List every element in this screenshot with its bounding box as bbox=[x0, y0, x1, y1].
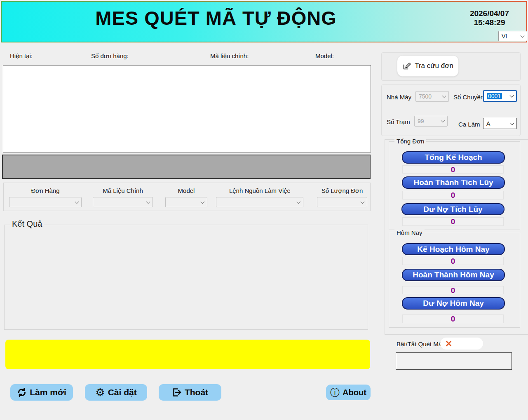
filter-field-material: Mã Liệu Chính bbox=[93, 183, 153, 211]
filter-field-order: Đơn Hàng bbox=[9, 183, 82, 211]
filter-group: Đơn Hàng Mã Liệu Chính Model Lệnh Nguồn … bbox=[3, 183, 371, 211]
shift-label: Ca Làm bbox=[458, 121, 480, 128]
factory-select[interactable]: 7500 bbox=[415, 91, 449, 102]
factory-value: 7500 bbox=[419, 93, 432, 100]
about-button-label: About bbox=[343, 388, 366, 397]
refresh-button-label: Làm mới bbox=[30, 387, 66, 397]
station-label: Số Trạm bbox=[387, 118, 410, 125]
today-complete-value: 0 bbox=[402, 286, 504, 294]
filter-label: Số Lượng Đơn bbox=[317, 187, 367, 194]
today-group-title: Hôm Nay bbox=[394, 229, 425, 236]
quantity-select[interactable] bbox=[317, 197, 367, 207]
main-material-label: Mã liệu chính: bbox=[210, 52, 249, 59]
today-debt-value: 0 bbox=[402, 314, 504, 323]
chevron-down-icon bbox=[297, 199, 301, 204]
filter-label: Model bbox=[165, 187, 207, 194]
refresh-button[interactable]: Làm mới bbox=[10, 384, 73, 401]
order-lookup-label: Tra cứu đơn bbox=[415, 62, 453, 70]
red-x-icon bbox=[446, 340, 452, 347]
material-select[interactable] bbox=[93, 197, 153, 207]
model-select[interactable] bbox=[165, 197, 207, 207]
about-button[interactable]: ⓘ About bbox=[326, 385, 371, 400]
app-header: MES QUÉT MÃ TỰ ĐỘNG 2026/04/07 15:48:29 … bbox=[1, 1, 527, 42]
line-label: Số Chuyền bbox=[453, 94, 484, 101]
current-label: Hiện tại: bbox=[10, 52, 33, 59]
datetime-display: 2026/04/07 15:48:29 bbox=[470, 9, 509, 27]
today-plan-button[interactable]: Kế Hoạch Hôm Nay bbox=[402, 243, 505, 255]
result-group-title: Kết Quả bbox=[10, 219, 44, 229]
order-number-label: Số đơn hàng: bbox=[91, 52, 129, 59]
message-bar bbox=[5, 340, 370, 369]
totals-group-title: Tổng Đơn bbox=[394, 138, 426, 145]
chevron-down-icon bbox=[510, 121, 514, 125]
today-complete-button[interactable]: Hoàn Thành Hôm Nay bbox=[402, 269, 505, 281]
line-select[interactable]: 0001 bbox=[483, 90, 517, 102]
scanner-toggle[interactable] bbox=[440, 338, 483, 350]
accum-complete-value: 0 bbox=[402, 191, 504, 199]
settings-button-label: Cài đặt bbox=[108, 387, 137, 397]
chevron-down-icon bbox=[146, 199, 150, 204]
shift-value: A bbox=[486, 120, 490, 127]
station-select[interactable]: 99 bbox=[414, 116, 448, 127]
station-value: 99 bbox=[418, 118, 424, 124]
chevron-down-icon bbox=[510, 94, 514, 98]
filter-label: Mã Liệu Chính bbox=[93, 187, 153, 194]
filter-field-quantity: Số Lượng Đơn bbox=[317, 183, 367, 211]
filter-label: Lệnh Nguồn Làm Việc bbox=[216, 187, 303, 194]
factory-label: Nhà Máy bbox=[387, 94, 411, 101]
settings-button[interactable]: ⚙ Cài đặt bbox=[85, 384, 147, 401]
app-window: MES QUÉT MÃ TỰ ĐỘNG 2026/04/07 15:48:29 … bbox=[0, 0, 528, 420]
time-label: 15:48:29 bbox=[470, 18, 509, 27]
scanner-toggle-label: Bật/Tắt Quét Mã bbox=[397, 340, 442, 347]
chevron-down-icon bbox=[361, 199, 365, 204]
pencil-edit-icon bbox=[402, 61, 411, 70]
scan-display-box[interactable] bbox=[3, 65, 371, 153]
model-label: Model: bbox=[315, 52, 334, 59]
accum-debt-button[interactable]: Dư Nợ Tích Lũy bbox=[401, 203, 505, 215]
shift-select[interactable]: A bbox=[483, 118, 517, 129]
exit-button-label: Thoát bbox=[185, 387, 208, 397]
language-value: VI bbox=[502, 33, 507, 40]
info-circle-icon: ⓘ bbox=[330, 388, 340, 397]
total-plan-button[interactable]: Tổng Kế Hoạch bbox=[402, 151, 505, 164]
today-debt-button[interactable]: Dư Nợ Hôm Nay bbox=[402, 297, 505, 310]
exit-button[interactable]: Thoát bbox=[159, 384, 221, 401]
filter-field-model: Model bbox=[165, 183, 207, 211]
chevron-down-icon bbox=[75, 199, 79, 204]
line-value: 0001 bbox=[487, 93, 502, 99]
result-group: Kết Quả bbox=[4, 225, 368, 330]
order-lookup-button[interactable]: Tra cứu đơn bbox=[397, 55, 459, 77]
refresh-arrows-icon bbox=[17, 387, 27, 397]
chevron-down-icon bbox=[442, 94, 446, 98]
accum-debt-value: 0 bbox=[402, 217, 504, 226]
chevron-down-icon bbox=[441, 119, 445, 123]
accum-complete-button[interactable]: Hoàn Thành Tích Lũy bbox=[402, 176, 505, 189]
today-plan-value: 0 bbox=[402, 257, 504, 265]
chevron-down-icon bbox=[201, 199, 205, 204]
gear-icon: ⚙ bbox=[95, 387, 105, 398]
filter-field-work-order: Lệnh Nguồn Làm Việc bbox=[216, 183, 303, 211]
exit-arrow-icon bbox=[172, 387, 182, 397]
filter-label: Đơn Hàng bbox=[9, 187, 82, 194]
status-bar bbox=[2, 155, 371, 179]
order-select[interactable] bbox=[9, 197, 82, 207]
total-plan-value: 0 bbox=[402, 165, 504, 174]
scanner-message-box[interactable] bbox=[396, 352, 512, 370]
date-label: 2026/04/07 bbox=[470, 9, 509, 18]
chevron-down-icon bbox=[521, 33, 525, 38]
language-select[interactable]: VI bbox=[498, 31, 527, 41]
work-order-select[interactable] bbox=[216, 197, 303, 207]
page-title: MES QUÉT MÃ TỰ ĐỘNG bbox=[76, 7, 356, 29]
